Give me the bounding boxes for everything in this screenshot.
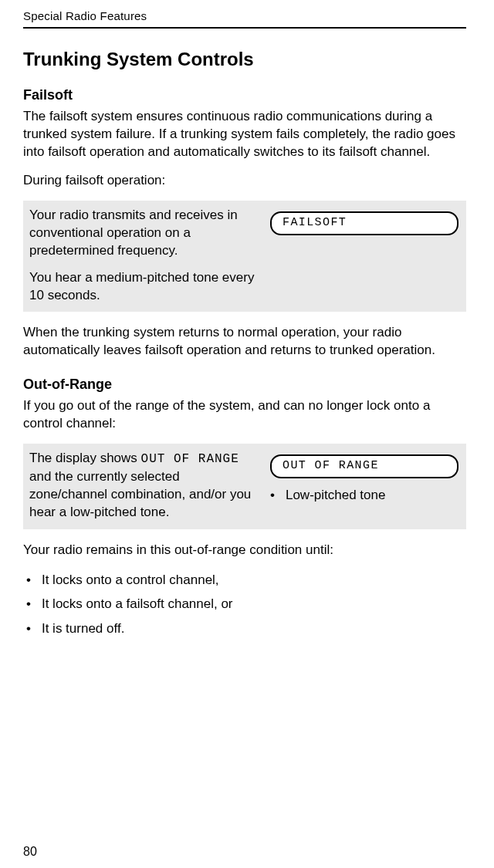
oor-text-prefix: The display shows (29, 451, 141, 465)
failsoft-intro: The failsoft system ensures continuous r… (23, 108, 466, 161)
failsoft-display-area: FAILSOFT (270, 207, 458, 305)
out-of-range-bullets: •It locks onto a control channel, •It lo… (23, 570, 466, 639)
oor-text-suffix: and the currently selected zone/channel … (29, 469, 251, 519)
page-number: 80 (23, 845, 37, 859)
list-item: •It locks onto a failsoft channel, or (26, 594, 466, 614)
failsoft-outro: When the trunking system returns to norm… (23, 324, 466, 360)
failsoft-box-line2: You hear a medium-pitched tone every 10 … (29, 269, 259, 305)
bullet-text: It is turned off. (42, 619, 124, 639)
bullet-text: It locks onto a control channel, (42, 570, 219, 590)
out-of-range-intro: If you go out of the range of the system… (23, 397, 466, 433)
out-of-range-tail-lead: Your radio remains in this out-of-range … (23, 542, 466, 559)
failsoft-box-line1: Your radio transmits and receives in con… (29, 207, 259, 260)
out-of-range-display-area: OUT OF RANGE • Low-pitched tone (270, 450, 458, 521)
out-of-range-callout: The display shows OUT OF RANGE and the c… (23, 444, 466, 529)
out-of-range-lcd: OUT OF RANGE (270, 454, 458, 478)
out-of-range-callout-text: The display shows OUT OF RANGE and the c… (29, 450, 259, 521)
section-title: Trunking System Controls (23, 49, 466, 70)
running-head: Special Radio Features (23, 9, 466, 22)
failsoft-lcd: FAILSOFT (270, 211, 458, 235)
failsoft-heading: Failsoft (23, 87, 466, 103)
tone-note-bullet: • (270, 488, 275, 503)
tone-note-label: Low-pitched tone (286, 488, 385, 503)
header-rule (23, 27, 466, 29)
bullet-text: It locks onto a failsoft channel, or (42, 594, 233, 614)
out-of-range-heading: Out-of-Range (23, 377, 466, 393)
failsoft-callout-text: Your radio transmits and receives in con… (29, 207, 259, 305)
failsoft-callout: Your radio transmits and receives in con… (23, 201, 466, 312)
failsoft-lead: During failsoft operation: (23, 172, 466, 190)
list-item: •It is turned off. (26, 619, 466, 639)
oor-text-mono: OUT OF RANGE (141, 452, 239, 466)
list-item: •It locks onto a control channel, (26, 570, 466, 590)
tone-note: • Low-pitched tone (270, 488, 458, 503)
